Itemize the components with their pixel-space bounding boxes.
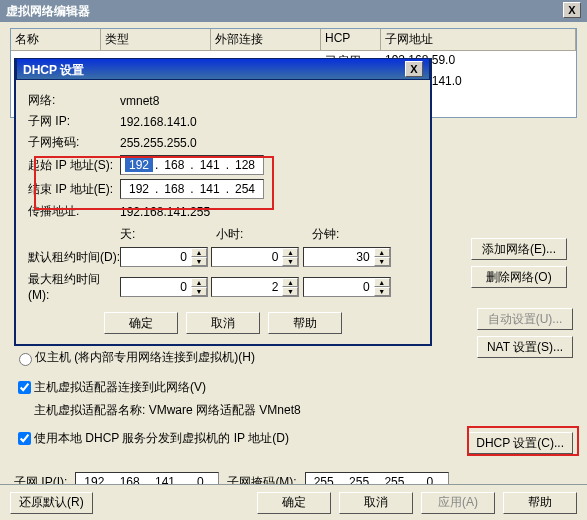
cancel-button[interactable]: 取消 xyxy=(339,492,413,514)
main-area: 名称 类型 外部连接 HCP 子网地址 已启用 192.168.59.0 已启用… xyxy=(0,22,587,34)
use-dhcp-checkbox[interactable] xyxy=(18,432,31,445)
start-ip-oct3[interactable] xyxy=(196,158,224,172)
dhcp-help-button[interactable]: 帮助 xyxy=(268,312,342,334)
label-end-ip: 结束 IP 地址(E): xyxy=(28,181,120,198)
max-hours-input[interactable]: ▲▼ xyxy=(211,277,299,297)
connect-host-label: 主机虚拟适配器连接到此网络(V) xyxy=(34,379,206,396)
up-arrow-icon[interactable]: ▲ xyxy=(191,248,207,257)
end-ip-oct2[interactable] xyxy=(160,182,188,196)
up-arrow-icon[interactable]: ▲ xyxy=(191,278,207,287)
label-sub: 子网 IP: xyxy=(28,113,120,130)
remove-network-button[interactable]: 删除网络(O) xyxy=(471,266,567,288)
dhcp-dialog-title: DHCP 设置 xyxy=(23,59,84,79)
list-header: 名称 类型 外部连接 HCP 子网地址 xyxy=(11,29,576,51)
end-ip-oct3[interactable] xyxy=(196,182,224,196)
down-arrow-icon[interactable]: ▼ xyxy=(282,257,298,266)
label-hours: 小时: xyxy=(216,226,312,243)
down-arrow-icon[interactable]: ▼ xyxy=(191,257,207,266)
def-min-input[interactable]: ▲▼ xyxy=(303,247,391,267)
dhcp-settings-dialog: DHCP 设置 X 网络:vmnet8 子网 IP:192.168.141.0 … xyxy=(14,58,432,346)
down-arrow-icon[interactable]: ▼ xyxy=(374,257,390,266)
dhcp-settings-button[interactable]: DHCP 设置(C)... xyxy=(467,432,573,454)
start-ip-oct1[interactable] xyxy=(125,158,153,172)
connect-host-checkbox[interactable] xyxy=(18,381,31,394)
dhcp-close-button[interactable]: X xyxy=(405,61,423,77)
value-mask: 255.255.255.0 xyxy=(120,136,197,150)
label-def-lease: 默认租约时间(D): xyxy=(28,249,120,266)
up-arrow-icon[interactable]: ▲ xyxy=(374,278,390,287)
value-sub: 192.168.141.0 xyxy=(120,115,197,129)
down-arrow-icon[interactable]: ▼ xyxy=(191,287,207,296)
label-days: 天: xyxy=(120,226,216,243)
up-arrow-icon[interactable]: ▲ xyxy=(374,248,390,257)
window-title: 虚拟网络编辑器 xyxy=(6,0,90,22)
down-arrow-icon[interactable]: ▼ xyxy=(282,287,298,296)
list-action-buttons: 添加网络(E)... 删除网络(O) xyxy=(471,238,567,288)
end-ip-oct1[interactable] xyxy=(125,182,153,196)
def-hours-input[interactable]: ▲▼ xyxy=(211,247,299,267)
col-name: 名称 xyxy=(11,29,101,50)
apply-button: 应用(A) xyxy=(421,492,495,514)
start-ip-oct4[interactable] xyxy=(231,158,259,172)
dhcp-ok-button[interactable]: 确定 xyxy=(104,312,178,334)
adapter-name-label: 主机虚拟适配器名称: VMware 网络适配器 VMnet8 xyxy=(34,402,573,419)
close-button[interactable]: X xyxy=(563,2,581,18)
hostonly-radio[interactable] xyxy=(19,353,32,366)
end-ip-oct4[interactable] xyxy=(231,182,259,196)
label-start-ip: 起始 IP 地址(S): xyxy=(28,157,120,174)
label-minutes: 分钟: xyxy=(312,226,408,243)
max-days-input[interactable]: ▲▼ xyxy=(120,277,208,297)
up-arrow-icon[interactable]: ▲ xyxy=(282,248,298,257)
use-dhcp-label: 使用本地 DHCP 服务分发到虚拟机的 IP 地址(D) xyxy=(34,430,289,447)
label-mask: 子网掩码: xyxy=(28,134,120,151)
start-ip-input[interactable]: . . . xyxy=(120,155,264,175)
start-ip-oct2[interactable] xyxy=(160,158,188,172)
col-subnet: 子网地址 xyxy=(381,29,576,50)
label-net: 网络: xyxy=(28,92,120,109)
label-bcast: 传播地址: xyxy=(28,203,120,220)
dhcp-dialog-titlebar: DHCP 设置 X xyxy=(16,58,430,80)
col-dhcp: HCP xyxy=(321,29,381,50)
value-bcast: 192.168.141.255 xyxy=(120,205,210,219)
help-button[interactable]: 帮助 xyxy=(503,492,577,514)
up-arrow-icon[interactable]: ▲ xyxy=(282,278,298,287)
value-net: vmnet8 xyxy=(120,94,159,108)
end-ip-input[interactable]: . . . xyxy=(120,179,264,199)
max-min-input[interactable]: ▲▼ xyxy=(303,277,391,297)
titlebar: 虚拟网络编辑器 X xyxy=(0,0,587,22)
col-ext: 外部连接 xyxy=(211,29,321,50)
bottom-bar: 还原默认(R) 确定 取消 应用(A) 帮助 xyxy=(0,484,587,520)
hostonly-radio-label: 仅主机 (将内部专用网络连接到虚拟机)(H) xyxy=(35,349,255,366)
restore-defaults-button[interactable]: 还原默认(R) xyxy=(10,492,93,514)
label-max-lease: 最大租约时间(M): xyxy=(28,271,120,302)
dhcp-cancel-button[interactable]: 取消 xyxy=(186,312,260,334)
ok-button[interactable]: 确定 xyxy=(257,492,331,514)
col-type: 类型 xyxy=(101,29,211,50)
down-arrow-icon[interactable]: ▼ xyxy=(374,287,390,296)
add-network-button[interactable]: 添加网络(E)... xyxy=(471,238,567,260)
def-days-input[interactable]: ▲▼ xyxy=(120,247,208,267)
